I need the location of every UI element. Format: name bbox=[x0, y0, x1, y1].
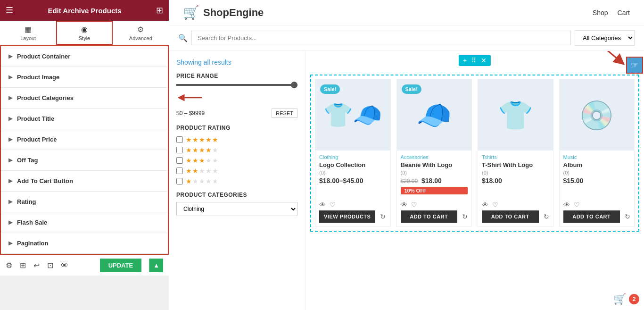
panel-item-product-container[interactable]: ▶ Product Container bbox=[1, 46, 168, 67]
hamburger-icon[interactable]: ☰ bbox=[6, 5, 13, 16]
product-rating-2: (0) bbox=[401, 170, 468, 176]
panel-item-off-tag[interactable]: ▶ Off Tag bbox=[1, 150, 168, 171]
product-actions-2: 👁 ♡ bbox=[397, 198, 472, 210]
panel-item-add-to-cart[interactable]: ▶ Add To Cart Button bbox=[1, 171, 168, 192]
panel-item-pagination[interactable]: ▶ Pagination bbox=[1, 233, 168, 254]
eye-icon-4[interactable]: 👁 bbox=[563, 201, 570, 209]
panel-item-product-image[interactable]: ▶ Product Image bbox=[1, 67, 168, 88]
rating-checkbox-4[interactable] bbox=[176, 147, 183, 153]
product-category-1: Clothing bbox=[319, 154, 387, 160]
update-arrow-button[interactable]: ▲ bbox=[149, 259, 163, 272]
chevron-right-icon: ▶ bbox=[8, 240, 12, 246]
rating-list: ★★★★★ ★★★★★ ★★★★★ bbox=[176, 136, 297, 185]
eye-icon-3[interactable]: 👁 bbox=[482, 201, 488, 209]
panel-item-label: Product Container bbox=[17, 53, 70, 60]
product-original-price-2: $20.00 bbox=[401, 178, 418, 184]
product-category-2: Accessories bbox=[401, 154, 468, 160]
grid-icon[interactable]: ⊞ bbox=[156, 5, 163, 16]
panel-item-label: Product Price bbox=[17, 136, 57, 143]
product-card-4: 💿 Music Album (0) $15.00 👁 ♡ bbox=[559, 79, 635, 227]
add-to-cart-button-2[interactable]: ADD TO CART bbox=[401, 210, 458, 223]
cursor-icon: ☞ bbox=[631, 60, 638, 70]
update-button[interactable]: UPDATE bbox=[100, 259, 141, 272]
left-column: ☰ Edit Archive Products ⊞ ▦ Layout ◉ Sty… bbox=[0, 0, 169, 310]
price-info: $0 – $9999 RESET bbox=[176, 109, 297, 118]
top-bar: ☰ Edit Archive Products ⊞ bbox=[0, 0, 169, 21]
refresh-icon-3[interactable]: ↻ bbox=[544, 213, 549, 220]
product-cart-4: ADD TO CART ↻ bbox=[560, 210, 635, 226]
product-info-4: Music Album (0) $15.00 bbox=[560, 151, 635, 198]
rating-item-4: ★★★★★ bbox=[176, 146, 297, 154]
product-category-3: Tshirts bbox=[482, 154, 549, 160]
product-actions-4: 👁 ♡ bbox=[560, 198, 635, 210]
category-filter-select[interactable]: Clothing bbox=[176, 202, 297, 216]
tab-layout[interactable]: ▦ Layout bbox=[0, 21, 56, 45]
rating-checkbox-3[interactable] bbox=[176, 157, 183, 164]
widget-move-button[interactable]: ⠿ bbox=[470, 56, 478, 65]
search-input[interactable] bbox=[191, 31, 571, 45]
history-icon[interactable]: ↩ bbox=[33, 261, 40, 270]
refresh-icon-1[interactable]: ↻ bbox=[380, 213, 386, 220]
preview-icon[interactable]: 👁 bbox=[61, 261, 68, 270]
add-to-cart-button-4[interactable]: ADD TO CART bbox=[563, 210, 620, 223]
tab-layout-label: Layout bbox=[20, 35, 36, 41]
rating-checkbox-2[interactable] bbox=[176, 168, 183, 174]
product-cart-3: ADD TO CART ↻ bbox=[478, 210, 553, 226]
cart-bottom-icon[interactable]: 🛒 bbox=[613, 293, 626, 305]
eye-icon-2[interactable]: 👁 bbox=[401, 201, 407, 209]
wishlist-icon-2[interactable]: ♡ bbox=[411, 201, 417, 209]
layers-icon[interactable]: ⊞ bbox=[20, 261, 26, 270]
panel-item-product-title[interactable]: ▶ Product Title bbox=[1, 109, 168, 129]
widget-add-button[interactable]: + bbox=[462, 56, 468, 65]
product-price-4: $15.00 bbox=[563, 177, 631, 184]
responsive-icon[interactable]: ⊡ bbox=[47, 261, 53, 270]
showing-prefix: Showing bbox=[176, 59, 204, 66]
price-range-slider[interactable] bbox=[176, 84, 297, 86]
product-image-3: 👕 bbox=[478, 80, 553, 151]
refresh-icon-2[interactable]: ↻ bbox=[462, 213, 468, 220]
product-image-2: 🧢 Sale! bbox=[397, 80, 472, 151]
add-to-cart-button-3[interactable]: ADD TO CART bbox=[482, 210, 539, 223]
wishlist-icon-1[interactable]: ♡ bbox=[330, 201, 336, 209]
tab-style[interactable]: ◉ Style bbox=[56, 21, 112, 45]
product-actions-1: 👁 ♡ bbox=[315, 198, 390, 210]
tab-advanced[interactable]: ⚙ Advanced bbox=[113, 21, 169, 45]
floating-right-button[interactable]: ☞ bbox=[626, 57, 643, 74]
shop-link[interactable]: Shop bbox=[593, 9, 608, 17]
stars-3: ★★★★★ bbox=[186, 157, 219, 164]
settings-icon[interactable]: ⚙ bbox=[6, 261, 12, 270]
off-badge-2: 10% OFF bbox=[401, 187, 468, 194]
shop-header: 🛒 ShopEngine Shop Cart bbox=[169, 0, 644, 25]
product-info-2: Accessories Beanie With Logo (0) $20.00 … bbox=[397, 151, 472, 198]
product-info-3: Tshirts T-Shirt With Logo (0) $18.00 bbox=[478, 151, 553, 198]
panel-item-rating[interactable]: ▶ Rating bbox=[1, 192, 168, 212]
cart-link[interactable]: Cart bbox=[618, 9, 630, 17]
product-price-1: $18.00–$45.00 bbox=[319, 177, 387, 184]
panel-item-product-categories[interactable]: ▶ Product Categories bbox=[1, 88, 168, 109]
rating-checkbox-1[interactable] bbox=[176, 178, 183, 184]
widget-close-button[interactable]: ✕ bbox=[479, 56, 488, 65]
product-emoji-4: 💿 bbox=[579, 99, 614, 132]
wishlist-icon-4[interactable]: ♡ bbox=[574, 201, 580, 209]
panel-item-product-price[interactable]: ▶ Product Price bbox=[1, 129, 168, 150]
stars-1: ★★★★★ bbox=[186, 177, 219, 185]
view-products-button[interactable]: VIEW PRODUCTS bbox=[319, 210, 375, 223]
reset-button[interactable]: RESET bbox=[272, 109, 297, 118]
advanced-icon: ⚙ bbox=[137, 25, 144, 34]
product-grid: 👕🧢 Sale! Clothing Logo Collection (0) $1… bbox=[310, 75, 639, 232]
panel-item-label: Product Title bbox=[17, 115, 54, 122]
panel-item-label: Flash Sale bbox=[17, 219, 47, 226]
stars-5: ★★★★★ bbox=[186, 136, 219, 143]
panel-item-flash-sale[interactable]: ▶ Flash Sale bbox=[1, 212, 168, 233]
shop-logo: 🛒 ShopEngine bbox=[183, 5, 264, 20]
rating-checkbox-5[interactable] bbox=[176, 136, 183, 143]
wishlist-icon-3[interactable]: ♡ bbox=[492, 201, 498, 209]
slider-thumb[interactable] bbox=[291, 82, 297, 88]
chevron-right-icon: ▶ bbox=[8, 95, 12, 101]
refresh-icon-4[interactable]: ↻ bbox=[625, 213, 630, 220]
category-select[interactable]: All Categories bbox=[575, 30, 635, 46]
product-rating-3: (0) bbox=[482, 170, 549, 176]
product-price-3: $18.00 bbox=[482, 177, 549, 184]
eye-icon-1[interactable]: 👁 bbox=[319, 201, 326, 209]
product-rating-section: PRODUCT RATING ★★★★★ ★★★★★ bbox=[176, 125, 297, 185]
